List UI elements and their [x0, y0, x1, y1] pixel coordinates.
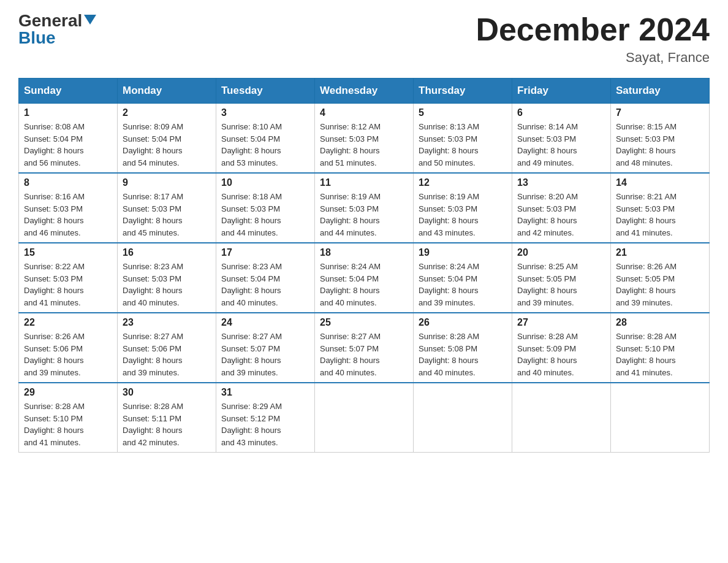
- logo-blue: Blue: [18, 29, 56, 47]
- title-block: December 2024 Sayat, France: [476, 12, 710, 66]
- day-number: 28: [616, 317, 704, 328]
- day-info: Sunrise: 8:19 AMSunset: 5:03 PMDaylight:…: [320, 192, 381, 237]
- day-info: Sunrise: 8:27 AMSunset: 5:06 PMDaylight:…: [123, 332, 183, 377]
- day-number: 29: [24, 387, 112, 398]
- day-info: Sunrise: 8:18 AMSunset: 5:03 PMDaylight:…: [221, 192, 282, 237]
- calendar-cell: 7 Sunrise: 8:15 AMSunset: 5:03 PMDayligh…: [611, 104, 710, 174]
- week-row-1: 1 Sunrise: 8:08 AMSunset: 5:04 PMDayligh…: [19, 104, 710, 174]
- calendar-cell: 28 Sunrise: 8:28 AMSunset: 5:10 PMDaylig…: [611, 313, 710, 383]
- day-info: Sunrise: 8:23 AMSunset: 5:03 PMDaylight:…: [123, 262, 183, 307]
- day-number: 6: [517, 107, 605, 118]
- day-info: Sunrise: 8:29 AMSunset: 5:12 PMDaylight:…: [221, 402, 282, 447]
- day-number: 13: [517, 177, 605, 188]
- day-info: Sunrise: 8:28 AMSunset: 5:10 PMDaylight:…: [616, 332, 677, 377]
- calendar-cell: 24 Sunrise: 8:27 AMSunset: 5:07 PMDaylig…: [216, 313, 315, 383]
- day-number: 24: [221, 317, 309, 328]
- calendar-cell: 20 Sunrise: 8:25 AMSunset: 5:05 PMDaylig…: [512, 243, 611, 313]
- calendar-cell: 10 Sunrise: 8:18 AMSunset: 5:03 PMDaylig…: [216, 173, 315, 243]
- day-info: Sunrise: 8:27 AMSunset: 5:07 PMDaylight:…: [320, 332, 381, 377]
- weekday-header-friday: Friday: [512, 79, 611, 104]
- weekday-header-tuesday: Tuesday: [216, 79, 315, 104]
- day-number: 26: [419, 317, 507, 328]
- weekday-header-row: SundayMondayTuesdayWednesdayThursdayFrid…: [19, 79, 710, 104]
- calendar-cell: 29 Sunrise: 8:28 AMSunset: 5:10 PMDaylig…: [19, 383, 118, 453]
- day-number: 25: [320, 317, 408, 328]
- day-info: Sunrise: 8:14 AMSunset: 5:03 PMDaylight:…: [517, 122, 578, 167]
- day-info: Sunrise: 8:19 AMSunset: 5:03 PMDaylight:…: [419, 192, 479, 237]
- day-info: Sunrise: 8:20 AMSunset: 5:03 PMDaylight:…: [517, 192, 578, 237]
- day-number: 18: [320, 247, 408, 258]
- day-number: 19: [419, 247, 507, 258]
- day-number: 3: [221, 107, 309, 118]
- day-info: Sunrise: 8:26 AMSunset: 5:06 PMDaylight:…: [24, 332, 85, 377]
- day-number: 16: [123, 247, 211, 258]
- day-number: 1: [24, 107, 112, 118]
- calendar-cell: [611, 383, 710, 453]
- day-info: Sunrise: 8:25 AMSunset: 5:05 PMDaylight:…: [517, 262, 578, 307]
- day-number: 10: [221, 177, 309, 188]
- calendar-cell: 23 Sunrise: 8:27 AMSunset: 5:06 PMDaylig…: [118, 313, 216, 383]
- weekday-header-monday: Monday: [118, 79, 216, 104]
- location-label: Sayat, France: [476, 50, 710, 66]
- calendar-cell: 13 Sunrise: 8:20 AMSunset: 5:03 PMDaylig…: [512, 173, 611, 243]
- calendar-cell: 9 Sunrise: 8:17 AMSunset: 5:03 PMDayligh…: [118, 173, 216, 243]
- week-row-2: 8 Sunrise: 8:16 AMSunset: 5:03 PMDayligh…: [19, 173, 710, 243]
- day-info: Sunrise: 8:23 AMSunset: 5:04 PMDaylight:…: [221, 262, 282, 307]
- day-info: Sunrise: 8:09 AMSunset: 5:04 PMDaylight:…: [123, 122, 183, 167]
- day-number: 11: [320, 177, 408, 188]
- day-number: 4: [320, 107, 408, 118]
- calendar-cell: 16 Sunrise: 8:23 AMSunset: 5:03 PMDaylig…: [118, 243, 216, 313]
- calendar-cell: 11 Sunrise: 8:19 AMSunset: 5:03 PMDaylig…: [315, 173, 414, 243]
- day-info: Sunrise: 8:13 AMSunset: 5:03 PMDaylight:…: [419, 122, 479, 167]
- day-info: Sunrise: 8:28 AMSunset: 5:08 PMDaylight:…: [419, 332, 479, 377]
- day-info: Sunrise: 8:26 AMSunset: 5:05 PMDaylight:…: [616, 262, 677, 307]
- calendar-cell: 22 Sunrise: 8:26 AMSunset: 5:06 PMDaylig…: [19, 313, 118, 383]
- logo-general: General: [18, 12, 82, 29]
- day-info: Sunrise: 8:24 AMSunset: 5:04 PMDaylight:…: [320, 262, 381, 307]
- day-number: 30: [123, 387, 211, 398]
- day-number: 23: [123, 317, 211, 328]
- calendar-cell: 14 Sunrise: 8:21 AMSunset: 5:03 PMDaylig…: [611, 173, 710, 243]
- day-number: 5: [419, 107, 507, 118]
- calendar-cell: [315, 383, 414, 453]
- week-row-4: 22 Sunrise: 8:26 AMSunset: 5:06 PMDaylig…: [19, 313, 710, 383]
- day-number: 14: [616, 177, 704, 188]
- calendar-cell: 8 Sunrise: 8:16 AMSunset: 5:03 PMDayligh…: [19, 173, 118, 243]
- day-number: 21: [616, 247, 704, 258]
- calendar-cell: 21 Sunrise: 8:26 AMSunset: 5:05 PMDaylig…: [611, 243, 710, 313]
- day-number: 22: [24, 317, 112, 328]
- calendar-cell: 15 Sunrise: 8:22 AMSunset: 5:03 PMDaylig…: [19, 243, 118, 313]
- month-title: December 2024: [476, 12, 710, 47]
- week-row-5: 29 Sunrise: 8:28 AMSunset: 5:10 PMDaylig…: [19, 383, 710, 453]
- day-info: Sunrise: 8:28 AMSunset: 5:11 PMDaylight:…: [123, 402, 183, 447]
- day-number: 2: [123, 107, 211, 118]
- day-number: 20: [517, 247, 605, 258]
- logo: General Blue: [18, 12, 96, 47]
- day-number: 7: [616, 107, 704, 118]
- weekday-header-wednesday: Wednesday: [315, 79, 414, 104]
- week-row-3: 15 Sunrise: 8:22 AMSunset: 5:03 PMDaylig…: [19, 243, 710, 313]
- day-info: Sunrise: 8:17 AMSunset: 5:03 PMDaylight:…: [123, 192, 183, 237]
- day-info: Sunrise: 8:15 AMSunset: 5:03 PMDaylight:…: [616, 122, 677, 167]
- calendar-cell: 5 Sunrise: 8:13 AMSunset: 5:03 PMDayligh…: [414, 104, 512, 174]
- calendar-cell: 2 Sunrise: 8:09 AMSunset: 5:04 PMDayligh…: [118, 104, 216, 174]
- logo-triangle-icon: [84, 15, 96, 25]
- day-info: Sunrise: 8:27 AMSunset: 5:07 PMDaylight:…: [221, 332, 282, 377]
- calendar-cell: [512, 383, 611, 453]
- calendar-cell: 18 Sunrise: 8:24 AMSunset: 5:04 PMDaylig…: [315, 243, 414, 313]
- calendar-cell: 27 Sunrise: 8:28 AMSunset: 5:09 PMDaylig…: [512, 313, 611, 383]
- day-info: Sunrise: 8:12 AMSunset: 5:03 PMDaylight:…: [320, 122, 381, 167]
- day-info: Sunrise: 8:28 AMSunset: 5:10 PMDaylight:…: [24, 402, 85, 447]
- day-number: 31: [221, 387, 309, 398]
- day-info: Sunrise: 8:28 AMSunset: 5:09 PMDaylight:…: [517, 332, 578, 377]
- weekday-header-thursday: Thursday: [414, 79, 512, 104]
- day-number: 27: [517, 317, 605, 328]
- day-number: 8: [24, 177, 112, 188]
- day-info: Sunrise: 8:16 AMSunset: 5:03 PMDaylight:…: [24, 192, 85, 237]
- calendar-cell: 19 Sunrise: 8:24 AMSunset: 5:04 PMDaylig…: [414, 243, 512, 313]
- calendar-cell: 25 Sunrise: 8:27 AMSunset: 5:07 PMDaylig…: [315, 313, 414, 383]
- calendar-cell: 3 Sunrise: 8:10 AMSunset: 5:04 PMDayligh…: [216, 104, 315, 174]
- calendar-cell: 26 Sunrise: 8:28 AMSunset: 5:08 PMDaylig…: [414, 313, 512, 383]
- day-number: 9: [123, 177, 211, 188]
- calendar-cell: 31 Sunrise: 8:29 AMSunset: 5:12 PMDaylig…: [216, 383, 315, 453]
